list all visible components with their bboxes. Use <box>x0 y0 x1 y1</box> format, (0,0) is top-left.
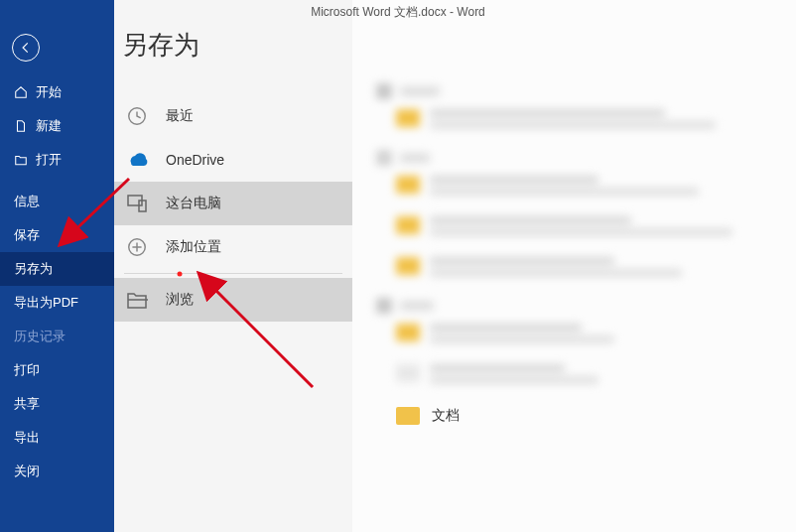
location-label: OneDrive <box>166 152 224 168</box>
location-label: 添加位置 <box>166 238 221 256</box>
title-dash: - <box>447 5 458 19</box>
nav-label: 关闭 <box>14 463 40 480</box>
location-label: 浏览 <box>166 291 194 309</box>
nav-label: 开始 <box>36 83 62 101</box>
location-addplace[interactable]: 添加位置 <box>114 225 352 269</box>
nav-label: 导出 <box>14 429 40 447</box>
add-place-icon <box>124 234 150 260</box>
nav-label: 导出为PDF <box>14 294 78 312</box>
nav-label: 保存 <box>14 226 40 244</box>
nav-label: 打开 <box>36 151 62 169</box>
back-button[interactable] <box>12 34 40 62</box>
location-label: 最近 <box>166 107 194 125</box>
folder-icon <box>396 407 420 425</box>
blurred-file-listing <box>352 83 796 385</box>
nav-item-home[interactable]: 开始 <box>0 75 114 109</box>
thispc-icon <box>124 191 150 216</box>
nav-item-print[interactable]: 打印 <box>0 353 114 387</box>
title-filename: Microsoft Word 文档.docx <box>311 5 446 19</box>
nav-item-exportpdf[interactable]: 导出为PDF <box>0 286 114 320</box>
nav-item-history: 历史记录 <box>0 320 114 353</box>
nav-item-share[interactable]: 共享 <box>0 387 114 421</box>
nav-label: 共享 <box>14 395 40 413</box>
browse-folder-icon <box>124 287 150 313</box>
folder-documents[interactable]: 文档 <box>396 407 796 425</box>
nav-item-export[interactable]: 导出 <box>0 421 114 455</box>
saveas-locations-pane: 另存为 最近 OneDrive 这台电脑 <box>114 0 352 532</box>
page-title: 另存为 <box>114 28 352 88</box>
nav-label: 历史记录 <box>14 328 66 345</box>
nav-item-saveas[interactable]: 另存为 <box>0 252 114 286</box>
folder-label: 文档 <box>432 407 460 425</box>
location-recent[interactable]: 最近 <box>114 94 352 138</box>
home-icon <box>14 85 28 99</box>
divider <box>124 273 342 274</box>
title-bar: Microsoft Word 文档.docx - Word <box>0 4 796 21</box>
nav-item-info[interactable]: 信息 <box>0 185 114 218</box>
arrow-left-icon <box>19 41 33 55</box>
clock-icon <box>124 103 150 129</box>
nav-item-new[interactable]: 新建 <box>0 109 114 143</box>
nav-label: 新建 <box>36 117 62 135</box>
open-folder-icon <box>14 153 28 167</box>
nav-item-close[interactable]: 关闭 <box>0 455 114 488</box>
nav-label: 另存为 <box>14 260 53 278</box>
backstage-nav-rail: 开始 新建 打开 信息 保存 另存为 导出为PDF 历史记录 打印 共享 <box>0 0 114 532</box>
title-app: Word <box>457 5 484 19</box>
file-list-pane: 文档 <box>352 0 796 532</box>
location-label: 这台电脑 <box>166 195 221 212</box>
location-onedrive[interactable]: OneDrive <box>114 138 352 182</box>
location-browse[interactable]: 浏览 <box>114 278 352 322</box>
onedrive-icon <box>124 147 150 173</box>
nav-label: 打印 <box>14 361 40 379</box>
nav-item-open[interactable]: 打开 <box>0 143 114 177</box>
new-doc-icon <box>14 119 28 133</box>
nav-spacer <box>0 177 114 185</box>
nav-label: 信息 <box>14 193 40 210</box>
nav-item-save[interactable]: 保存 <box>0 218 114 252</box>
location-thispc[interactable]: 这台电脑 <box>114 182 352 225</box>
